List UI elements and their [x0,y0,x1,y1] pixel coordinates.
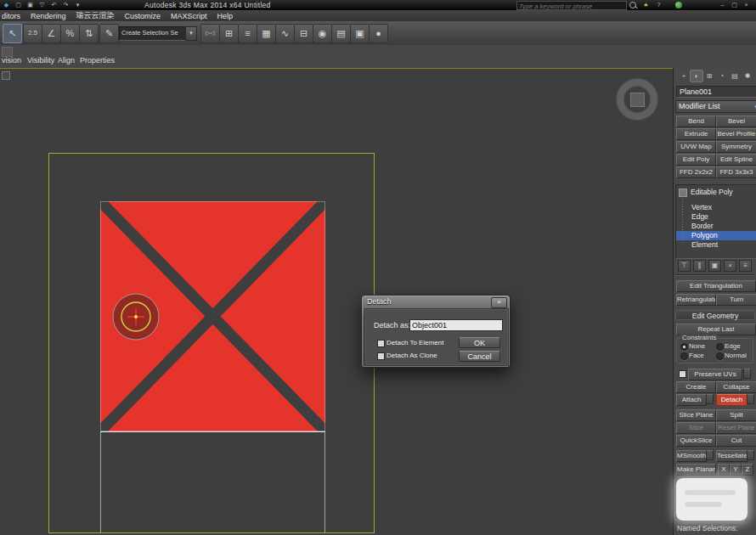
constraint-edge-label[interactable]: Edge [725,342,741,350]
detach-as-clone-label[interactable]: Detach As Clone [386,352,437,359]
modifier-button-ffd3x3x3[interactable]: FFD 3x3x3 [716,166,756,178]
tab-display[interactable]: ▤ [728,70,742,82]
viewcube-face[interactable] [630,93,645,107]
tab-create[interactable]: + [677,70,691,82]
stack-item-edge[interactable]: Edge [676,212,756,222]
gizmo-center[interactable] [134,315,138,318]
tab-utilities[interactable]: ✱ [741,70,754,82]
detach-as-clone-checkbox[interactable] [377,352,385,360]
render-production-icon[interactable]: ● [369,24,388,43]
pin-stack-icon[interactable]: ⊤ [678,260,691,272]
show-end-result-icon[interactable]: ∥ [693,260,706,272]
constraint-face-label[interactable]: Face [689,352,704,359]
mirror-icon[interactable]: ▷◁ [200,24,220,43]
modifier-button-bend[interactable]: Bend [676,115,716,127]
redo-icon[interactable]: ↷ [61,1,71,9]
ribbon-toggle-icon[interactable]: ▦ [257,24,276,43]
open-file-icon[interactable]: ▣ [25,1,35,9]
detach-button[interactable]: Detach [716,394,748,406]
rotate-gizmo[interactable] [113,294,159,340]
split-button[interactable]: Split [716,409,756,421]
make-planar-z-button[interactable]: Z [742,464,753,476]
remove-modifier-icon[interactable]: × [724,260,736,272]
cut-button[interactable]: Cut [716,435,756,447]
rendered-frame-window-icon[interactable]: ▣ [350,24,370,43]
constraint-none-label[interactable]: None [689,342,705,350]
material-editor-icon[interactable]: ◉ [313,24,332,43]
detach-as-input[interactable] [410,320,505,330]
viewport-front[interactable] [0,68,673,535]
tab-modify[interactable]: ◐ [690,70,703,82]
stack-item-vertex[interactable]: Vertex [676,203,756,212]
make-planar-button[interactable]: Make Planar [676,464,716,476]
menu-item-customize[interactable]: Customize [120,12,166,20]
slice-plane-button[interactable]: Slice Plane [676,409,716,421]
ribbon-tab-vision[interactable]: vision [2,56,21,65]
turn-button[interactable]: Turn [716,294,756,306]
workspace-dropdown-icon[interactable]: ▾ [73,1,82,9]
slice-button[interactable]: Slice [676,422,716,434]
curve-editor-icon[interactable]: ∿ [275,24,295,43]
modifier-list-dropdown[interactable]: Modifier List ▾ [675,100,756,113]
detach-to-element-label[interactable]: Detach To Element [386,339,443,346]
menu-item-editors[interactable]: ditors [0,12,25,20]
viewcube-gizmo[interactable] [617,79,657,120]
reset-plane-button[interactable]: Reset Plane [716,422,756,434]
menu-item-maxscript[interactable]: MAXScript [166,12,212,20]
ok-button[interactable]: OK [459,337,500,348]
detach-settings-button[interactable] [747,394,754,404]
attach-settings-button[interactable] [706,394,714,404]
save-file-icon[interactable]: ▽ [37,1,47,9]
schematic-view-icon[interactable]: ⊟ [294,24,313,43]
tab-hierarchy[interactable]: ⊞ [702,70,716,82]
detach-as-field[interactable] [409,319,503,331]
align-icon[interactable]: ⊞ [219,24,239,43]
edit-geometry-rollout-header[interactable]: Edit Geometry [675,310,755,320]
menu-item-rendering[interactable]: Rendering [25,12,71,20]
constraint-normal-radio[interactable] [716,352,724,360]
close-icon[interactable]: × [742,1,751,9]
render-setup-icon[interactable]: ▤ [331,24,351,43]
ribbon-tab-align[interactable]: Align [58,56,75,65]
make-planar-x-button[interactable]: X [718,464,730,476]
modifier-stack[interactable]: Editable Poly Vertex Edge Border Polygon… [675,184,756,259]
configure-modifier-sets-icon[interactable]: ≡ [739,260,752,272]
edit-named-selection-sets-icon[interactable]: ✎ [99,24,119,43]
menu-item-cloud-render[interactable]: 瑞云云渲染 [71,10,120,21]
modifier-button-symmetry[interactable]: Symmetry [716,141,756,153]
ribbon-tab-visibility[interactable]: Visibility [27,56,54,65]
modifier-button-extrude[interactable]: Extrude [676,128,716,140]
quickslice-button[interactable]: QuickSlice [676,435,716,447]
dialog-close-icon[interactable]: × [491,297,507,308]
modifier-button-bevel-profile[interactable]: Bevel Profile [716,128,756,140]
tessellate-settings-button[interactable] [747,450,754,460]
app-menu-icon[interactable]: ◆ [2,1,11,9]
constraint-edge-radio[interactable] [716,343,724,351]
maximize-icon[interactable]: ▢ [730,1,739,9]
snaps-toggle-icon[interactable]: 2.5 [23,24,42,43]
create-button[interactable]: Create [676,381,716,393]
make-unique-icon[interactable]: ▣ [708,260,721,272]
cancel-button[interactable]: Cancel [459,351,500,362]
make-planar-y-button[interactable]: Y [730,464,742,476]
tessellate-button[interactable]: Tessellate [716,450,748,462]
retriangulate-button[interactable]: Retriangulate [676,294,716,306]
preserve-uvs-settings-button[interactable] [743,369,751,379]
named-selection-sets-combo[interactable]: Create Selection Se [119,26,189,41]
infocenter-search[interactable] [516,1,627,10]
select-object-icon[interactable]: ↖ [3,24,22,43]
modifier-button-uvw-map[interactable]: UVW Map [676,141,716,153]
spinner-snap-icon[interactable]: ⇅ [79,24,99,43]
msmooth-button[interactable]: MSmooth [676,450,707,462]
attach-button[interactable]: Attach [676,394,707,406]
infocenter-search-input[interactable] [517,3,629,10]
msmooth-settings-button[interactable] [706,450,714,460]
minimize-icon[interactable]: – [718,1,727,9]
constraint-normal-label[interactable]: Normal [725,352,747,359]
constraint-none-radio[interactable] [680,343,688,351]
modifier-button-bevel[interactable]: Bevel [716,115,756,127]
preserve-uvs-button[interactable]: Preserve UVs [688,369,742,380]
favorites-star-icon[interactable]: ★ [641,1,651,9]
menu-item-help[interactable]: Help [212,12,239,20]
named-selection-sets-dropdown-icon[interactable]: ▾ [185,26,197,41]
